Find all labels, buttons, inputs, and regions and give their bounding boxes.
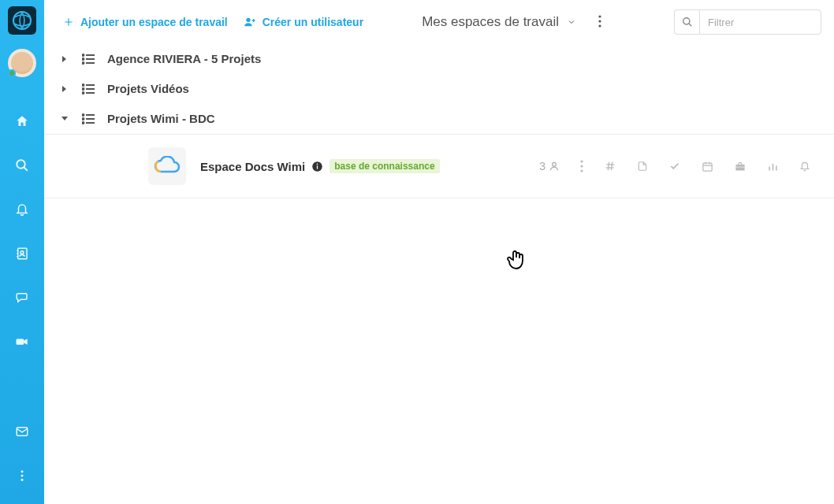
address-book-icon [15,246,29,261]
workspace-actions: 3 [539,160,818,172]
svg-point-17 [683,18,689,24]
cloud-icon [152,156,182,176]
user-plus-icon [244,16,256,28]
svg-point-12 [21,479,24,481]
svg-point-4 [20,251,24,254]
reports-button[interactable] [767,161,779,172]
svg-point-42 [580,165,583,167]
svg-rect-38 [317,165,318,169]
category-title: Agence RIVIERA - 5 Projets [107,52,261,65]
svg-rect-8 [17,339,24,345]
kebab-icon [598,15,601,28]
list-icon [82,83,95,94]
svg-point-43 [580,169,583,172]
hand-cursor-icon [506,249,527,273]
create-user-label: Créer un utilisateur [262,16,363,28]
notifications-button[interactable] [799,160,810,172]
kebab-icon [15,469,29,483]
sidebar-search[interactable] [0,143,44,187]
svg-point-10 [21,470,24,472]
sidebar-mail[interactable] [0,410,44,454]
caret-right-icon [60,85,69,93]
workspace-name: Espace Docs Wimi [200,160,305,173]
video-icon [15,335,29,349]
documents-button[interactable] [637,160,648,172]
check-icon [668,161,681,172]
category-title: Projets Vidéos [107,82,189,95]
workspace-row[interactable]: Espace Docs Wimi base de connaissance 3 [44,134,834,198]
search-icon [682,17,693,28]
svg-point-28 [83,84,84,86]
mail-icon [15,424,29,439]
svg-point-40 [553,162,557,166]
sidebar-notifications[interactable] [0,187,44,232]
tasks-button[interactable] [668,161,681,172]
workspace-dropdown-label: Mes espaces de travail [422,14,559,30]
svg-point-23 [83,58,84,60]
home-icon [15,114,29,128]
sidebar-video[interactable] [0,320,44,364]
user-avatar[interactable] [8,49,36,77]
hash-icon [604,160,616,172]
topbar-more-button[interactable] [590,10,609,35]
bar-chart-icon [767,161,779,172]
svg-line-47 [611,162,612,171]
briefcase-icon [734,161,747,172]
channel-button[interactable] [604,160,616,172]
topbar: Ajouter un espace de travail Créer un ut… [44,0,834,44]
briefcase-button[interactable] [734,161,747,172]
workspace-tag: base de connaissance [330,159,439,173]
svg-line-18 [688,24,691,27]
category-row[interactable]: Projets Wimi - BDC [44,104,834,134]
workspace-dropdown[interactable]: Mes espaces de travail [417,11,581,33]
svg-point-35 [83,118,84,120]
plus-icon [63,17,74,28]
list-icon [82,54,95,65]
category-row[interactable]: Projets Vidéos [44,74,834,104]
workspace-more-button[interactable] [580,160,583,172]
file-icon [637,160,648,172]
svg-point-34 [83,114,84,116]
search-icon [15,158,29,172]
workspace-thumbnail [148,147,186,185]
info-icon[interactable] [311,161,323,172]
chevron-down-icon [567,17,576,27]
sidebar-chat[interactable] [0,276,44,320]
svg-point-41 [580,160,583,162]
svg-point-11 [21,475,24,477]
sidebar-more[interactable] [0,454,44,498]
search-input[interactable] [699,9,821,35]
category-row[interactable]: Agence RIVIERA - 5 Projets [44,44,834,74]
user-icon [549,161,560,172]
sidebar [0,0,44,504]
app-logo[interactable] [8,6,36,35]
svg-line-2 [24,167,28,171]
svg-point-16 [598,24,601,27]
caret-right-icon [60,55,69,63]
sidebar-home[interactable] [0,99,44,143]
list-icon [82,113,95,124]
workspace-list: Agence RIVIERA - 5 Projets Projets Vidéo… [44,44,834,504]
calendar-button[interactable] [702,161,713,172]
create-user-button[interactable]: Créer un utilisateur [240,11,367,33]
member-count[interactable]: 3 [539,160,560,172]
search-button[interactable] [674,9,699,35]
status-indicator [8,69,16,77]
svg-point-22 [83,54,84,56]
add-workspace-button[interactable]: Ajouter un espace de travail [60,11,231,33]
globe-icon [11,9,33,32]
sidebar-contacts[interactable] [0,232,44,276]
caret-down-icon [60,116,69,122]
kebab-icon [580,160,583,172]
bell-icon [799,160,810,172]
svg-point-14 [598,15,601,17]
svg-point-1 [17,160,25,169]
chat-icon [15,291,29,305]
add-workspace-label: Ajouter un espace de travail [80,16,228,28]
category-title: Projets Wimi - BDC [107,112,215,125]
svg-point-13 [246,18,250,22]
svg-rect-52 [735,165,744,171]
svg-point-30 [83,92,84,94]
svg-rect-48 [703,163,712,171]
svg-point-39 [317,163,318,165]
